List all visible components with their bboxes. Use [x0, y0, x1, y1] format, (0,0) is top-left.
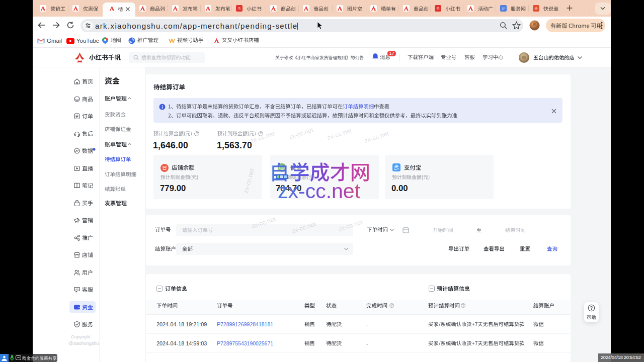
svg-text:ZF: ZF — [502, 7, 506, 10]
svg-text:zx-cc.net: zx-cc.net — [278, 179, 361, 203]
svg-text:书: 书 — [238, 7, 241, 10]
svg-text:书: 书 — [437, 7, 440, 10]
svg-text:快: 快 — [534, 7, 538, 10]
